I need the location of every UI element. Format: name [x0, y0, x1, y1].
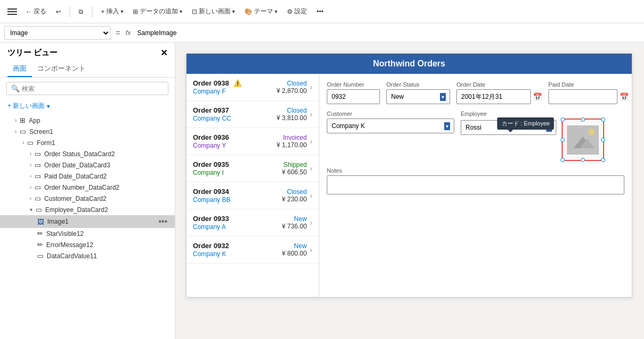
- new-screen-tree-button[interactable]: + 新しい画面 ▾: [0, 99, 175, 113]
- notes-textarea[interactable]: [327, 175, 624, 194]
- tree-item-paid-date[interactable]: › ▭ Paid Date_DataCard2: [0, 171, 175, 182]
- order-item-0934[interactable]: Order 0934 Company BB Closed ¥ 230.00 ›: [187, 182, 319, 209]
- calendar-icon[interactable]: 📅: [533, 92, 542, 101]
- order-status-label: Order Status: [386, 81, 450, 88]
- back-button[interactable]: ← 戻る: [22, 5, 49, 18]
- form-icon: ▭: [27, 139, 33, 147]
- tree-item-order-date[interactable]: › ▭ Order Date_DataCard3: [0, 159, 175, 171]
- copy-button[interactable]: ⧉: [75, 6, 87, 18]
- formula-bar: Image = fx: [0, 23, 644, 43]
- chevron-down-icon5: ▾: [47, 103, 50, 110]
- image1-label: Image1: [47, 218, 69, 225]
- order-status: Shipped: [282, 161, 307, 168]
- chevron-icon: ›: [30, 151, 31, 157]
- field-order-number: Order Number: [327, 81, 380, 104]
- tree-item-screen1[interactable]: › ▭ Screen1: [0, 126, 175, 137]
- order-item-0938[interactable]: Order 0938 ⚠️ Company F Closed ¥ 2,870.0…: [187, 74, 319, 101]
- field-selector[interactable]: Image: [4, 26, 111, 40]
- screen-icon2: ▭: [20, 128, 26, 135]
- field-customer: Customer Company K ▾: [327, 111, 454, 161]
- chevron-icon: ›: [30, 162, 31, 168]
- customer-select[interactable]: Company K: [327, 118, 454, 133]
- paid-date-wrap: 📅: [548, 89, 629, 104]
- more-options-icon[interactable]: •••: [158, 217, 167, 226]
- form-area: Order Number Order Status New ▾: [319, 74, 632, 297]
- handle-tl[interactable]: [561, 117, 565, 122]
- order-item-0936[interactable]: Order 0936 Company Y Invoiced ¥ 1,170.00…: [187, 128, 319, 155]
- datacard-icon3: ▭: [35, 172, 41, 180]
- canvas-area: Northwind Orders Order 0938 ⚠️ Company F: [175, 43, 644, 339]
- app-window: Northwind Orders Order 0938 ⚠️ Company F: [186, 53, 632, 298]
- datacard-icon2: ▭: [35, 161, 41, 169]
- theme-button[interactable]: 🎨 テーマ ▾: [241, 5, 281, 18]
- handle-bm[interactable]: [581, 158, 585, 162]
- order-item-0933[interactable]: Order 0933 Company A New ¥ 736.00 ›: [187, 209, 319, 236]
- paid-date-input[interactable]: [548, 89, 617, 104]
- calendar-icon2[interactable]: 📅: [620, 92, 629, 101]
- new-screen-button[interactable]: ⊡ 新しい画面 ▾: [189, 5, 238, 18]
- handle-br[interactable]: [601, 158, 605, 162]
- tree-item-order-number[interactable]: › ▭ Order Number_DataCard2: [0, 182, 175, 193]
- order-amount: ¥ 800.00: [282, 250, 307, 257]
- order-info: Order 0935 Company I: [193, 160, 282, 176]
- order-number-label: Order Number: [327, 81, 380, 88]
- order-info: Order 0937 Company CC: [193, 106, 277, 122]
- formula-input[interactable]: [134, 26, 640, 40]
- add-data-label: データの追加: [140, 7, 178, 16]
- undo-button[interactable]: ↩: [53, 6, 64, 18]
- tree-item-form1[interactable]: › ▭ Form1: [0, 137, 175, 148]
- employee-datacard-label: Employee_DataCard2: [45, 206, 108, 214]
- handle-lm[interactable]: [561, 138, 565, 142]
- handle-rm[interactable]: [601, 138, 605, 142]
- order-date-wrap: 📅: [456, 89, 542, 104]
- chevron-down-icon3: ▾: [232, 9, 235, 14]
- tree-item-employee[interactable]: ▾ ▭ Employee_DataCard2: [0, 204, 175, 215]
- chevron-icon: ›: [15, 117, 16, 123]
- more-button[interactable]: •••: [313, 6, 327, 18]
- order-company: Company BB: [193, 196, 282, 204]
- handle-tm[interactable]: [581, 117, 585, 122]
- employee-select[interactable]: Rossi: [461, 120, 556, 135]
- order-info: Order 0933 Company A: [193, 215, 282, 231]
- tree-item-errormessage[interactable]: ✏ ErrorMessage12: [0, 239, 175, 250]
- close-icon[interactable]: ✕: [160, 48, 167, 58]
- settings-button[interactable]: ⚙ 設定: [284, 5, 310, 18]
- order-amount: ¥ 606.50: [282, 168, 307, 176]
- order-company: Company CC: [193, 115, 277, 122]
- palette-icon: 🎨: [244, 8, 252, 15]
- order-number-input[interactable]: [327, 89, 380, 104]
- order-company: Company Y: [193, 142, 277, 149]
- menu-icon[interactable]: [5, 6, 19, 17]
- paid-date-label: Paid Date_DataCard2: [44, 173, 106, 180]
- chevron-icon: ›: [22, 140, 24, 146]
- field-employee: Employee カード : Employee Rossi: [461, 111, 604, 161]
- back-label: 戻る: [33, 7, 46, 16]
- tree-item-starvisible[interactable]: ✏ StarVisible12: [0, 228, 175, 239]
- order-num: Order 0932: [193, 242, 229, 250]
- tab-screen[interactable]: 画面: [7, 61, 32, 77]
- order-item-0937[interactable]: Order 0937 Company CC Closed ¥ 3,810.00 …: [187, 101, 319, 128]
- chevron-icon: ›: [30, 184, 31, 190]
- tree-item-image1[interactable]: 🖼 Image1 •••: [0, 215, 175, 228]
- tab-component[interactable]: コンポーネント: [32, 61, 91, 77]
- handle-bl[interactable]: [561, 158, 565, 162]
- order-status-select[interactable]: New: [386, 89, 450, 104]
- order-item-0932[interactable]: Order 0932 Company K New ¥ 800.00 ›: [187, 236, 319, 264]
- starvisible-label: StarVisible12: [46, 230, 84, 238]
- order-right: New ¥ 800.00: [282, 242, 307, 257]
- tree-item-customer[interactable]: › ▭ Customer_DataCard2: [0, 193, 175, 204]
- tree-item-order-status[interactable]: › ▭ Order Status_DataCard2: [0, 148, 175, 159]
- screen-icon: ⊡: [192, 8, 197, 15]
- add-data-button[interactable]: ⊞ データの追加 ▾: [130, 5, 185, 18]
- employee-image-card[interactable]: [562, 118, 604, 161]
- app-header: Northwind Orders: [187, 54, 632, 74]
- handle-tr[interactable]: [601, 117, 605, 122]
- order-item-0935[interactable]: Order 0935 Company I Shipped ¥ 606.50 ›: [187, 155, 319, 182]
- tree-item-app[interactable]: › ⊞ App: [0, 115, 175, 126]
- chevron-icon: ▾: [30, 207, 32, 213]
- insert-button[interactable]: + 挿入 ▾: [98, 5, 126, 18]
- search-input[interactable]: [22, 85, 164, 92]
- order-chevron-icon: ›: [310, 137, 312, 146]
- tree-item-datacardvalue[interactable]: ▭ DataCardValue11: [0, 250, 175, 261]
- order-date-input[interactable]: [456, 89, 531, 104]
